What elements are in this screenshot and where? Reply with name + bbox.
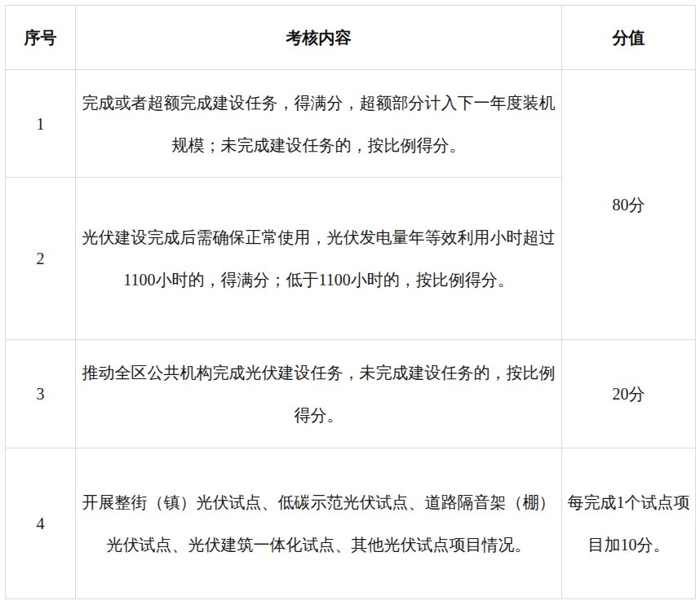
header-score-value: 分值 — [562, 6, 696, 70]
row1-serial: 1 — [6, 70, 76, 178]
header-serial-number: 序号 — [6, 6, 76, 70]
row2-content: 光伏建设完成后需确保正常使用，光伏发电量年等效利用小时超过1100小时的，得满分… — [76, 178, 562, 340]
row4-serial: 4 — [6, 448, 76, 599]
table-header-row: 序号 考核内容 分值 — [6, 6, 696, 70]
row2-serial: 2 — [6, 178, 76, 340]
table-row-3: 3 推动全区公共机构完成光伏建设任务，未完成建设任务的，按比例得分。 20分 — [6, 340, 696, 448]
row1-content: 完成或者超额完成建设任务，得满分，超额部分计入下一年度装机规模；未完成建设任务的… — [76, 70, 562, 178]
document-page: 序号 考核内容 分值 1 完成或者超额完成建设任务，得满分，超额部分计入下一年度… — [0, 0, 700, 605]
header-assessment-content: 考核内容 — [76, 6, 562, 70]
row4-score: 每完成1个试点项目加10分。 — [562, 448, 696, 599]
row1-2-merged-score: 80分 — [562, 70, 696, 340]
assessment-score-table: 序号 考核内容 分值 1 完成或者超额完成建设任务，得满分，超额部分计入下一年度… — [5, 5, 696, 599]
row3-content: 推动全区公共机构完成光伏建设任务，未完成建设任务的，按比例得分。 — [76, 340, 562, 448]
table-row-1: 1 完成或者超额完成建设任务，得满分，超额部分计入下一年度装机规模；未完成建设任… — [6, 70, 696, 178]
row4-content: 开展整街（镇）光伏试点、低碳示范光伏试点、道路隔音架（棚）光伏试点、光伏建筑一体… — [76, 448, 562, 599]
table-row-4: 4 开展整街（镇）光伏试点、低碳示范光伏试点、道路隔音架（棚）光伏试点、光伏建筑… — [6, 448, 696, 599]
row3-serial: 3 — [6, 340, 76, 448]
row3-score: 20分 — [562, 340, 696, 448]
